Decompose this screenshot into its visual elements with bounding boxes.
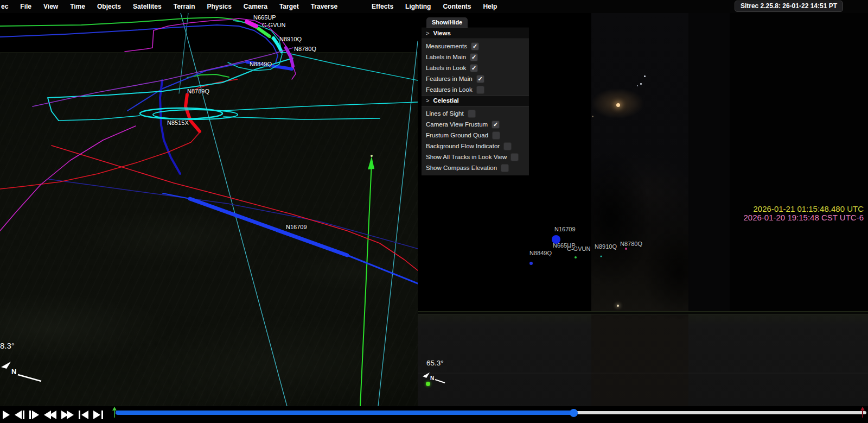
menu-item-ec[interactable]: ec — [0, 3, 14, 10]
checkbox-camera-view-frustum[interactable]: ✓ — [492, 121, 500, 129]
camera-arrow — [360, 163, 372, 406]
show-hide-tab[interactable]: Show/Hide — [426, 17, 468, 28]
menu-item-traverse[interactable]: Traverse — [305, 3, 343, 10]
track-n8780q — [286, 48, 293, 66]
checkbox-show-compass-elevation[interactable] — [501, 164, 509, 172]
toggle-row-labels-in-main[interactable]: Labels in Main✓ — [422, 52, 529, 62]
look-compass-heading: 65.3° — [426, 359, 444, 367]
toggle-row-show-compass-elevation[interactable]: Show Compass Elevation — [422, 162, 529, 173]
sky-point — [637, 85, 638, 86]
flight-tracks-svg — [0, 13, 418, 406]
menu-item-effects[interactable]: Effects — [371, 3, 399, 10]
show-hide-panel: Show/Hide >ViewsMeasurements✓Labels in M… — [422, 17, 529, 175]
checkbox-measurements[interactable]: ✓ — [471, 42, 479, 50]
toggle-row-lines-of-sight[interactable]: Lines of Sight — [422, 108, 529, 119]
toggle-row-measurements[interactable]: Measurements✓ — [422, 41, 529, 52]
version-badge: Sitrec 2.25.8: 26-01-22 14:51 PT — [735, 1, 843, 12]
menu-item-target[interactable]: Target — [273, 3, 305, 10]
frame-back-button[interactable] — [15, 411, 24, 419]
timestamp-local: 2026-01-20 19:15:48 CST UTC-6 — [743, 213, 864, 222]
timeline-end-marker[interactable] — [860, 407, 865, 419]
chevron-right-icon: > — [426, 97, 429, 104]
checkbox-labels-in-look[interactable]: ✓ — [470, 64, 478, 72]
north-letter: N — [430, 375, 434, 381]
north-letter: N — [11, 368, 16, 376]
slider-handle[interactable] — [570, 409, 578, 417]
slider-fill — [116, 411, 573, 415]
playback-bar — [0, 406, 868, 423]
frustum-line — [378, 41, 418, 406]
play-button[interactable] — [3, 411, 10, 419]
checkbox-lines-of-sight[interactable] — [468, 110, 476, 118]
playback-controls — [3, 406, 103, 423]
dim-light — [592, 116, 593, 117]
camera-arrow-head — [368, 156, 374, 169]
sky-point — [644, 75, 646, 77]
show-hide-body: >ViewsMeasurements✓Labels in Main✓Labels… — [422, 28, 529, 175]
menu-left: ecFileViewTimeObjectsSatellitesTerrainPh… — [0, 3, 343, 10]
frustum-line — [181, 13, 287, 406]
right-dim-column — [730, 13, 868, 314]
section-header-celestial[interactable]: >Celestial — [422, 95, 529, 106]
camera-video — [591, 13, 688, 406]
menu-item-objects[interactable]: Objects — [91, 3, 127, 10]
menu-item-terrain[interactable]: Terrain — [168, 3, 201, 10]
checkbox-background-flow-indicator[interactable] — [503, 142, 512, 150]
track-c-gvun — [259, 29, 270, 36]
checkbox-show-all-tracks-in-look-view[interactable] — [510, 153, 519, 161]
timeline-slider[interactable] — [116, 406, 866, 423]
menu-item-time[interactable]: Time — [64, 3, 91, 10]
camera-origin-dot — [426, 382, 430, 386]
menu-item-contents[interactable]: Contents — [437, 3, 477, 10]
checkbox-frustum-ground-quad[interactable] — [492, 131, 500, 140]
checkbox-labels-in-main[interactable]: ✓ — [470, 53, 478, 61]
checkbox-features-in-main[interactable]: ✓ — [476, 75, 484, 83]
sky-point — [640, 83, 642, 85]
track-n16709 — [190, 199, 347, 255]
toggle-row-background-flow-indicator[interactable]: Background Flow Indicator — [422, 141, 529, 151]
menu-item-camera[interactable]: Camera — [238, 3, 273, 10]
toggle-row-features-in-look[interactable]: Features in Look — [422, 84, 529, 95]
timestamp-utc: 2026-01-21 01:15:48.480 UTC — [754, 204, 864, 213]
chevron-right-icon: > — [426, 30, 429, 36]
main-3d-view[interactable]: 8.3° N — [0, 13, 418, 406]
fast-forward-button[interactable] — [61, 411, 74, 419]
menu-right: EffectsLightingContentsHelp — [371, 3, 503, 10]
rewind-button[interactable] — [44, 411, 56, 419]
jump-end-button[interactable] — [93, 411, 103, 419]
menu-item-view[interactable]: View — [37, 3, 64, 10]
toggle-row-features-in-main[interactable]: Features in Main✓ — [422, 73, 529, 84]
track-n665up — [247, 22, 256, 26]
menu-item-physics[interactable]: Physics — [201, 3, 237, 10]
section-header-views[interactable]: >Views — [422, 28, 529, 39]
menu-item-lighting[interactable]: Lighting — [399, 3, 437, 10]
streetlight — [616, 103, 620, 107]
toggle-row-show-all-tracks-in-look-view[interactable]: Show All Tracks in Look View — [422, 151, 529, 162]
frame-forward-button[interactable] — [29, 411, 39, 419]
menu-item-help[interactable]: Help — [477, 3, 503, 10]
video-blur-column — [688, 13, 730, 314]
main-compass-heading: 8.3° — [0, 341, 15, 350]
timeline-start-marker[interactable] — [112, 407, 117, 419]
menu-bar: ecFileViewTimeObjectsSatellitesTerrainPh… — [0, 0, 868, 13]
ground-light — [617, 305, 619, 307]
menu-item-satellites[interactable]: Satellites — [127, 3, 168, 10]
jump-start-button[interactable] — [79, 411, 88, 419]
checkbox-features-in-look[interactable] — [476, 86, 484, 94]
menu-item-file[interactable]: File — [14, 3, 37, 10]
track-n8789q — [186, 94, 200, 131]
toggle-row-frustum-ground-quad[interactable]: Frustum Ground Quad — [422, 130, 529, 141]
main-north-compass: N — [0, 361, 49, 382]
toggle-row-labels-in-look[interactable]: Labels in Look✓ — [422, 62, 529, 73]
toggle-row-camera-view-frustum[interactable]: Camera View Frustum✓ — [422, 119, 529, 130]
